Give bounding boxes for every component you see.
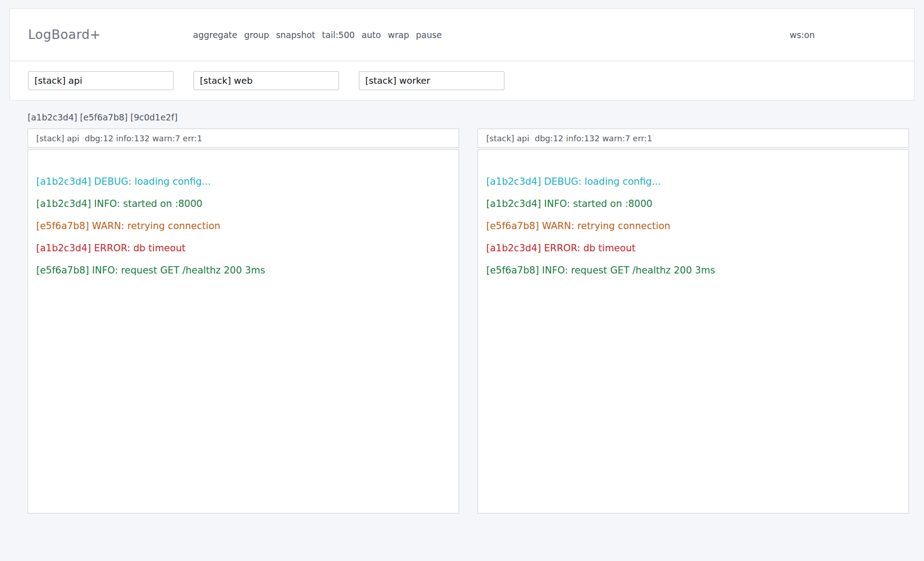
log-line-info: [a1b2c3d4] INFO: started on :8000	[486, 193, 900, 215]
filter-row	[10, 61, 914, 100]
log-panel-left: [stack] api dbg:12 info:132 warn:7 err:1…	[28, 129, 459, 513]
log-panels: [stack] api dbg:12 info:132 warn:7 err:1…	[10, 129, 914, 513]
log-line-error: [a1b2c3d4] ERROR: db timeout	[486, 237, 900, 259]
toolbar-item-pause[interactable]: pause	[416, 30, 442, 40]
log-line-info: [e5f6a7b8] INFO: request GET /healthz 20…	[36, 259, 450, 282]
trace-tokens: [a1b2c3d4] [e5f6a7b8] [9c0d1e2f]	[10, 112, 914, 122]
toolbar-item-snapshot[interactable]: snapshot	[276, 30, 315, 40]
log-panel-header: [stack] api dbg:12 info:132 warn:7 err:1	[478, 129, 909, 148]
log-line-debug: [a1b2c3d4] DEBUG: loading config...	[36, 171, 450, 193]
panel-stats: dbg:12 info:132 warn:7 err:1	[535, 134, 652, 143]
logboard-app: LogBoard+ aggregate group snapshot tail:…	[0, 0, 924, 513]
log-list[interactable]: [a1b2c3d4] DEBUG: loading config...[a1b2…	[28, 149, 459, 513]
app-title: LogBoard+	[28, 27, 193, 42]
panel-stats: dbg:12 info:132 warn:7 err:1	[85, 134, 202, 143]
toolbar-item-wrap[interactable]: wrap	[388, 30, 409, 40]
toolbar-item-tail[interactable]: tail:500	[322, 30, 355, 40]
toolbar-item-auto[interactable]: auto	[362, 30, 381, 40]
top-panel: LogBoard+ aggregate group snapshot tail:…	[10, 8, 914, 101]
log-line-error: [a1b2c3d4] ERROR: db timeout	[36, 237, 450, 259]
stack-filter-input-web[interactable]	[194, 71, 339, 90]
log-panel-right: [stack] api dbg:12 info:132 warn:7 err:1…	[478, 129, 909, 513]
log-line-warn: [e5f6a7b8] WARN: retrying connection	[36, 215, 450, 237]
ws-status: ws:on	[789, 30, 815, 40]
toolbar-item-group[interactable]: group	[244, 30, 269, 40]
log-line-warn: [e5f6a7b8] WARN: retrying connection	[486, 215, 900, 237]
panel-stack-label: [stack] api	[486, 134, 529, 143]
log-line-info: [a1b2c3d4] INFO: started on :8000	[36, 193, 450, 215]
log-list[interactable]: [a1b2c3d4] DEBUG: loading config...[a1b2…	[478, 149, 909, 513]
stack-filter-input-worker[interactable]	[359, 71, 504, 90]
panel-stack-label: [stack] api	[36, 134, 79, 143]
log-line-debug: [a1b2c3d4] DEBUG: loading config...	[486, 171, 900, 193]
stack-filter-input-api[interactable]	[28, 71, 174, 90]
toolbar: aggregate group snapshot tail:500 auto w…	[193, 30, 442, 40]
log-line-info: [e5f6a7b8] INFO: request GET /healthz 20…	[486, 259, 900, 282]
header: LogBoard+ aggregate group snapshot tail:…	[10, 9, 914, 61]
log-panel-header: [stack] api dbg:12 info:132 warn:7 err:1	[28, 129, 459, 148]
toolbar-item-aggregate[interactable]: aggregate	[193, 30, 237, 40]
